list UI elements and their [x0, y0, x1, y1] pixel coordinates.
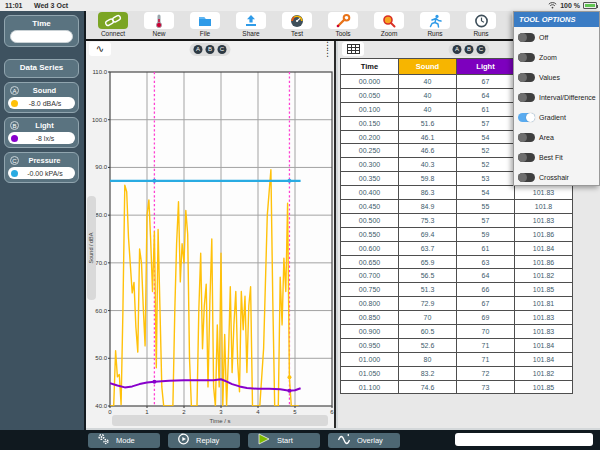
table-cell[interactable]: 59.8: [399, 172, 457, 186]
table-cell[interactable]: 00.050: [341, 88, 399, 102]
table-cell[interactable]: 101.86: [515, 227, 573, 241]
table-cell[interactable]: 00.000: [341, 75, 399, 89]
table-cell[interactable]: 52.6: [399, 338, 457, 352]
table-cell[interactable]: 40: [399, 88, 457, 102]
table-cell[interactable]: 71: [457, 338, 515, 352]
table-cell[interactable]: 101.81: [515, 297, 573, 311]
table-cell[interactable]: 00.550: [341, 227, 399, 241]
table-cell[interactable]: 46.1: [399, 130, 457, 144]
start-button[interactable]: Start: [248, 433, 320, 448]
table-cell[interactable]: 51.3: [399, 283, 457, 297]
tool-option-gradient[interactable]: Gradient: [514, 107, 599, 127]
series-a-badge[interactable]: A: [453, 45, 462, 54]
column-header-light[interactable]: Light: [457, 59, 515, 75]
table-cell[interactable]: 57: [457, 213, 515, 227]
table-row[interactable]: 01.05083.272101.82: [341, 366, 573, 380]
table-cell[interactable]: 101.84: [515, 352, 573, 366]
table-cell[interactable]: 40: [399, 102, 457, 116]
table-cell[interactable]: 00.300: [341, 158, 399, 172]
table-cell[interactable]: 53: [457, 172, 515, 186]
time-panel[interactable]: Time: [4, 15, 79, 47]
toggle-switch[interactable]: [518, 153, 535, 162]
table-cell[interactable]: 00.600: [341, 241, 399, 255]
toolbar-button-runs-history[interactable]: Runs: [458, 11, 504, 39]
table-cell[interactable]: 00.100: [341, 102, 399, 116]
table-cell[interactable]: 46.6: [399, 144, 457, 158]
table-row[interactable]: 00.95052.671101.84: [341, 338, 573, 352]
table-grid-icon[interactable]: [342, 42, 364, 56]
table-cell[interactable]: 60.5: [399, 325, 457, 339]
toolbar-button-file[interactable]: File: [182, 11, 228, 39]
toolbar-button-runs-runner[interactable]: Runs: [412, 11, 458, 39]
table-cell[interactable]: 101.83: [515, 325, 573, 339]
toggle-switch[interactable]: [518, 113, 535, 122]
column-header-time[interactable]: Time: [341, 59, 399, 75]
table-cell[interactable]: 00.150: [341, 116, 399, 130]
table-cell[interactable]: 56.5: [399, 269, 457, 283]
table-row[interactable]: 01.0008071101.84: [341, 352, 573, 366]
table-cell[interactable]: 00.800: [341, 297, 399, 311]
tool-option-interval-difference[interactable]: Interval/Difference: [514, 87, 599, 107]
table-row[interactable]: 00.55069.459101.86: [341, 227, 573, 241]
table-cell[interactable]: 101.83: [515, 213, 573, 227]
table-cell[interactable]: 57: [457, 116, 515, 130]
table-cell[interactable]: 00.900: [341, 325, 399, 339]
series-c-badge[interactable]: C: [218, 45, 227, 54]
table-cell[interactable]: 61: [457, 241, 515, 255]
series-b-badge[interactable]: B: [465, 45, 474, 54]
table-cell[interactable]: 63.7: [399, 241, 457, 255]
table-series-selector[interactable]: A B C: [449, 43, 490, 56]
table-cell[interactable]: 73: [457, 380, 515, 394]
table-row[interactable]: 01.10074.673101.85: [341, 380, 573, 394]
toolbar-button-zoom[interactable]: Zoom: [366, 11, 412, 39]
toolbar-button-test[interactable]: Test: [274, 11, 320, 39]
column-header-sound[interactable]: Sound: [399, 59, 457, 75]
table-cell[interactable]: 74.6: [399, 380, 457, 394]
table-row[interactable]: 00.60063.761101.84: [341, 241, 573, 255]
table-cell[interactable]: 66: [457, 283, 515, 297]
table-row[interactable]: 00.75051.366101.85: [341, 283, 573, 297]
tool-option-crosshair[interactable]: Crosshair: [514, 167, 599, 187]
table-cell[interactable]: 51.6: [399, 116, 457, 130]
table-cell[interactable]: 00.950: [341, 338, 399, 352]
table-cell[interactable]: 72.9: [399, 297, 457, 311]
table-cell[interactable]: 84.9: [399, 200, 457, 214]
table-cell[interactable]: 67: [457, 75, 515, 89]
table-cell[interactable]: 101.82: [515, 269, 573, 283]
table-row[interactable]: 00.80072.967101.81: [341, 297, 573, 311]
table-cell[interactable]: 83.2: [399, 366, 457, 380]
table-cell[interactable]: 86.3: [399, 186, 457, 200]
table-cell[interactable]: 101.83: [515, 186, 573, 200]
table-cell[interactable]: 00.400: [341, 186, 399, 200]
overlay-button[interactable]: Overlay: [328, 433, 400, 448]
table-cell[interactable]: 01.050: [341, 366, 399, 380]
toolbar-button-connect[interactable]: Connect: [90, 11, 136, 39]
toggle-switch[interactable]: [518, 93, 535, 102]
table-cell[interactable]: 65.9: [399, 255, 457, 269]
table-cell[interactable]: 54: [457, 186, 515, 200]
sine-icon[interactable]: ∿: [89, 42, 111, 56]
table-cell[interactable]: 61: [457, 102, 515, 116]
tool-option-values[interactable]: Values: [514, 67, 599, 87]
table-cell[interactable]: 64: [457, 88, 515, 102]
series-a-badge[interactable]: A: [194, 45, 203, 54]
table-cell[interactable]: 52: [457, 158, 515, 172]
table-cell[interactable]: 69: [457, 311, 515, 325]
chart[interactable]: 40.050.060.070.080.090.0100.0110.0012345…: [86, 58, 336, 428]
table-row[interactable]: 00.65065.963101.86: [341, 255, 573, 269]
table-cell[interactable]: 00.350: [341, 172, 399, 186]
table-cell[interactable]: 71: [457, 352, 515, 366]
tool-option-best-fit[interactable]: Best Fit: [514, 147, 599, 167]
table-row[interactable]: 00.40086.354101.83: [341, 186, 573, 200]
table-cell[interactable]: 101.83: [515, 311, 573, 325]
table-cell[interactable]: 00.250: [341, 144, 399, 158]
table-row[interactable]: 00.45084.955101.8: [341, 200, 573, 214]
mode-button[interactable]: Mode: [88, 433, 160, 448]
toolbar-button-share[interactable]: Share: [228, 11, 274, 39]
toggle-switch[interactable]: [518, 133, 535, 142]
table-cell[interactable]: 40: [399, 75, 457, 89]
sensor-card-light[interactable]: BLight-8 lx/s: [4, 117, 79, 148]
table-cell[interactable]: 101.86: [515, 255, 573, 269]
table-row[interactable]: 00.90060.570101.83: [341, 325, 573, 339]
tool-option-off[interactable]: Off: [514, 27, 599, 47]
